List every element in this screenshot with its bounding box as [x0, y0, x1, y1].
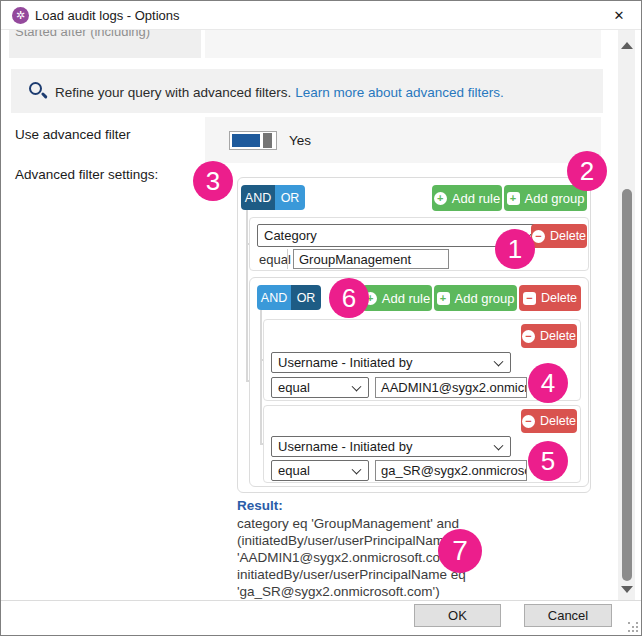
- ok-button[interactable]: OK: [414, 604, 501, 627]
- toggle-handle[interactable]: [263, 133, 272, 148]
- result-line: 'AADMIN1@sygx2.onmicrosoft.com' or: [237, 549, 527, 566]
- delete-inner-group-label: Delete: [541, 291, 577, 305]
- operator-select-username-2-value: equal: [278, 463, 310, 478]
- operator-select-username-1-value: equal: [278, 380, 310, 395]
- field-select-username-1-value: Username - Initiated by: [278, 355, 412, 370]
- window-title: Load audit logs - Options: [35, 8, 180, 23]
- info-text-main: Refine your query with advanced filters.: [55, 85, 291, 100]
- outer-and-button[interactable]: AND: [241, 185, 275, 210]
- result-line: initiatedBy/user/userPrincipalName eq: [237, 566, 527, 583]
- result-line: (initiatedBy/user/userPrincipalName eq: [237, 532, 527, 549]
- outer-add-rule-button[interactable]: + Add rule: [432, 185, 502, 211]
- square-plus-icon: +: [437, 292, 450, 305]
- value-input-username-2[interactable]: ga_SR@sygx2.onmicrosoft.c: [375, 460, 527, 481]
- use-advanced-filter-label: Use advanced filter: [15, 127, 131, 142]
- learn-more-link[interactable]: Learn more about advanced filters.: [295, 85, 504, 100]
- outer-or-button[interactable]: OR: [275, 185, 305, 210]
- value-input-username-1[interactable]: AADMIN1@sygx2.onmicros: [375, 377, 527, 398]
- circle-minus-icon: −: [532, 230, 545, 243]
- result-label: Result:: [237, 498, 283, 513]
- operator-select-username-2[interactable]: equal: [271, 460, 369, 481]
- delete-rule-username-2-button[interactable]: − Delete: [521, 409, 577, 433]
- app-icon: ✲: [12, 7, 29, 24]
- delete-inner-group-button[interactable]: − Delete: [519, 285, 581, 311]
- field-select-username-1[interactable]: Username - Initiated by: [271, 352, 511, 373]
- circle-minus-icon: −: [522, 330, 535, 343]
- callout-4: 4: [528, 363, 568, 403]
- advanced-filter-settings-label: Advanced filter settings:: [15, 167, 158, 182]
- field-select-category-value: Category: [264, 228, 317, 243]
- delete-rule-category-button[interactable]: − Delete: [531, 224, 587, 248]
- toggle-fill: [232, 134, 260, 147]
- square-plus-icon: +: [507, 192, 520, 205]
- use-advanced-filter-toggle[interactable]: [229, 131, 277, 150]
- footer-divider: [1, 600, 642, 601]
- chevron-down-icon: [352, 464, 362, 474]
- callout-2: 2: [567, 151, 607, 191]
- connector-line: [260, 310, 262, 445]
- inner-add-rule-label: Add rule: [382, 291, 430, 306]
- inner-or-button[interactable]: OR: [291, 285, 321, 310]
- delete-rule-username-2-label: Delete: [540, 414, 576, 428]
- callout-1: 1: [495, 229, 535, 269]
- callout-3: 3: [193, 161, 233, 201]
- callout-6: 6: [329, 278, 369, 318]
- field-select-username-2-value: Username - Initiated by: [278, 439, 412, 454]
- outer-add-group-button[interactable]: + Add group: [504, 185, 587, 211]
- chevron-down-icon: [494, 440, 504, 450]
- inner-add-rule-button[interactable]: + Add rule: [362, 285, 432, 311]
- connector-line: [246, 210, 248, 382]
- callout-5: 5: [528, 441, 568, 481]
- outer-add-rule-label: Add rule: [452, 191, 500, 206]
- toggle-state-label: Yes: [289, 133, 311, 148]
- operator-divider: [287, 249, 288, 269]
- square-minus-icon: −: [523, 292, 536, 305]
- value-input-category[interactable]: GroupManagement: [293, 249, 449, 269]
- outer-add-group-label: Add group: [525, 191, 585, 206]
- delete-rule-username-1-button[interactable]: − Delete: [521, 324, 577, 348]
- inner-add-group-label: Add group: [455, 291, 515, 306]
- scrolled-row-field-bg: [205, 30, 601, 58]
- operator-select-username-1[interactable]: equal: [271, 377, 369, 398]
- result-text: category eq 'GroupManagement' and (initi…: [237, 515, 527, 600]
- info-text: Refine your query with advanced filters.…: [55, 85, 504, 100]
- delete-rule-category-label: Delete: [550, 229, 586, 243]
- circle-plus-icon: +: [434, 192, 447, 205]
- chevron-down-icon: [352, 381, 362, 391]
- field-select-username-2[interactable]: Username - Initiated by: [271, 436, 511, 457]
- scrolled-row-label-text: Started after (including): [15, 30, 197, 39]
- scrollbar-thumb[interactable]: [622, 189, 632, 581]
- result-line: category eq 'GroupManagement' and: [237, 515, 527, 532]
- scroll-up-icon[interactable]: [621, 42, 633, 49]
- dialog-window: ✲ Load audit logs - Options ✕ Started af…: [0, 0, 642, 636]
- chevron-down-icon: [494, 356, 504, 366]
- resize-grip-icon[interactable]: [628, 622, 640, 634]
- circle-minus-icon: −: [522, 415, 535, 428]
- cancel-button[interactable]: Cancel: [524, 604, 612, 627]
- inner-add-group-button[interactable]: + Add group: [434, 285, 517, 311]
- title-bar: ✲ Load audit logs - Options ✕: [1, 1, 641, 30]
- delete-rule-username-1-label: Delete: [540, 329, 576, 343]
- callout-7: 7: [438, 529, 482, 573]
- scrolled-row-label: Started after (including): [15, 30, 197, 42]
- close-icon[interactable]: ✕: [607, 5, 631, 26]
- inner-and-button[interactable]: AND: [257, 285, 291, 310]
- result-line: 'ga_SR@sygx2.onmicrosoft.com'): [237, 583, 527, 600]
- scroll-down-icon[interactable]: [621, 586, 633, 593]
